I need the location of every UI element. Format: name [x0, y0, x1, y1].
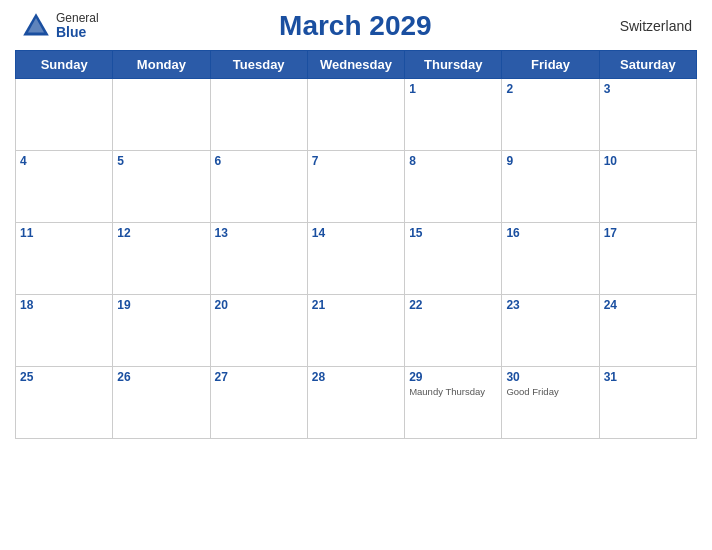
- day-number: 8: [409, 154, 497, 168]
- day-number: 16: [506, 226, 594, 240]
- calendar-body: 1234567891011121314151617181920212223242…: [16, 79, 697, 439]
- day-number: 12: [117, 226, 205, 240]
- day-number: 1: [409, 82, 497, 96]
- day-number: 5: [117, 154, 205, 168]
- calendar-cell: 19: [113, 295, 210, 367]
- day-number: 31: [604, 370, 692, 384]
- calendar-cell: [210, 79, 307, 151]
- calendar-cell: 7: [307, 151, 404, 223]
- logo-general: General: [56, 12, 99, 25]
- day-number: 15: [409, 226, 497, 240]
- calendar-cell: 11: [16, 223, 113, 295]
- page: General Blue March 2029 Switzerland Sund…: [0, 0, 712, 550]
- weekday-header-saturday: Saturday: [599, 51, 696, 79]
- day-number: 28: [312, 370, 400, 384]
- logo-icon: [20, 10, 52, 42]
- day-number: 10: [604, 154, 692, 168]
- day-number: 19: [117, 298, 205, 312]
- weekday-header-wednesday: Wednesday: [307, 51, 404, 79]
- day-number: 18: [20, 298, 108, 312]
- weekday-header-friday: Friday: [502, 51, 599, 79]
- day-number: 2: [506, 82, 594, 96]
- calendar-cell: 14: [307, 223, 404, 295]
- calendar-cell: 25: [16, 367, 113, 439]
- calendar-table: SundayMondayTuesdayWednesdayThursdayFrid…: [15, 50, 697, 439]
- day-number: 7: [312, 154, 400, 168]
- calendar-week-row: 18192021222324: [16, 295, 697, 367]
- day-number: 20: [215, 298, 303, 312]
- day-number: 26: [117, 370, 205, 384]
- calendar-cell: 10: [599, 151, 696, 223]
- calendar-cell: 18: [16, 295, 113, 367]
- calendar-cell: 8: [405, 151, 502, 223]
- calendar-cell: 9: [502, 151, 599, 223]
- calendar-week-row: 2526272829Maundy Thursday30Good Friday31: [16, 367, 697, 439]
- calendar-cell: 1: [405, 79, 502, 151]
- weekday-header-tuesday: Tuesday: [210, 51, 307, 79]
- calendar-cell: 23: [502, 295, 599, 367]
- day-number: 17: [604, 226, 692, 240]
- calendar-cell: 3: [599, 79, 696, 151]
- day-number: 27: [215, 370, 303, 384]
- calendar-cell: 6: [210, 151, 307, 223]
- holiday-label: Good Friday: [506, 386, 594, 397]
- day-number: 24: [604, 298, 692, 312]
- calendar-cell: 24: [599, 295, 696, 367]
- day-number: 22: [409, 298, 497, 312]
- day-number: 3: [604, 82, 692, 96]
- calendar-cell: 22: [405, 295, 502, 367]
- calendar-cell: [307, 79, 404, 151]
- calendar-week-row: 11121314151617: [16, 223, 697, 295]
- holiday-label: Maundy Thursday: [409, 386, 497, 397]
- day-number: 13: [215, 226, 303, 240]
- day-number: 11: [20, 226, 108, 240]
- calendar-cell: 27: [210, 367, 307, 439]
- country-label: Switzerland: [612, 18, 692, 34]
- day-number: 25: [20, 370, 108, 384]
- calendar-week-row: 123: [16, 79, 697, 151]
- day-number: 9: [506, 154, 594, 168]
- day-number: 29: [409, 370, 497, 384]
- logo: General Blue: [20, 10, 99, 42]
- calendar-cell: 20: [210, 295, 307, 367]
- calendar-cell: 16: [502, 223, 599, 295]
- day-number: 30: [506, 370, 594, 384]
- calendar-week-row: 45678910: [16, 151, 697, 223]
- calendar-cell: 28: [307, 367, 404, 439]
- day-number: 21: [312, 298, 400, 312]
- calendar-title: March 2029: [279, 10, 432, 42]
- day-number: 6: [215, 154, 303, 168]
- weekday-header-sunday: Sunday: [16, 51, 113, 79]
- calendar-cell: 12: [113, 223, 210, 295]
- day-number: 14: [312, 226, 400, 240]
- calendar-cell: 17: [599, 223, 696, 295]
- calendar-cell: 31: [599, 367, 696, 439]
- calendar-cell: [113, 79, 210, 151]
- calendar-cell: 15: [405, 223, 502, 295]
- logo-blue: Blue: [56, 25, 99, 40]
- calendar-cell: 26: [113, 367, 210, 439]
- calendar-cell: 5: [113, 151, 210, 223]
- weekday-header-monday: Monday: [113, 51, 210, 79]
- weekday-header-row: SundayMondayTuesdayWednesdayThursdayFrid…: [16, 51, 697, 79]
- calendar-cell: 4: [16, 151, 113, 223]
- calendar-cell: 13: [210, 223, 307, 295]
- calendar-cell: 21: [307, 295, 404, 367]
- calendar-cell: 30Good Friday: [502, 367, 599, 439]
- calendar-cell: [16, 79, 113, 151]
- header: General Blue March 2029 Switzerland: [15, 10, 697, 42]
- calendar-cell: 29Maundy Thursday: [405, 367, 502, 439]
- calendar-cell: 2: [502, 79, 599, 151]
- day-number: 4: [20, 154, 108, 168]
- logo-text: General Blue: [56, 12, 99, 41]
- weekday-header-thursday: Thursday: [405, 51, 502, 79]
- day-number: 23: [506, 298, 594, 312]
